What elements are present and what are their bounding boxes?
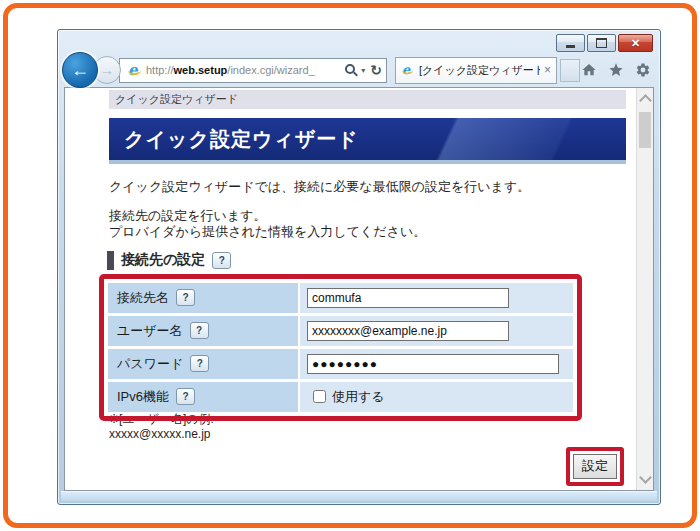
note-line2: xxxxx@xxxxx.ne.jp	[109, 427, 211, 441]
highlight-box-submit: 設定	[566, 447, 624, 486]
refresh-icon[interactable]: ↻	[370, 63, 382, 77]
url-text[interactable]: http://web.setup/index.cgi/wizard_	[146, 64, 344, 76]
search-icon[interactable]	[345, 64, 358, 77]
search-icon-handle	[353, 71, 358, 76]
close-icon: ✕	[631, 38, 640, 49]
close-button[interactable]: ✕	[618, 34, 653, 52]
breadcrumb: クイック設定ウィザード	[109, 90, 626, 109]
highlight-box-form: 接続先名 ? ユーザー名 ?	[99, 274, 582, 421]
destination-help-icon[interactable]: ?	[176, 289, 195, 306]
password-help-icon[interactable]: ?	[190, 355, 209, 372]
field-value-cell: 使用する	[300, 382, 573, 412]
submit-row: 設定	[65, 447, 624, 486]
tab-quick-setup-wizard[interactable]: e [クイック設定ウィザード] ×	[395, 57, 557, 84]
titlebar: ✕	[58, 30, 660, 53]
password-label: パスワード	[117, 355, 183, 373]
forward-arrow-icon: →	[100, 62, 114, 78]
address-dropdown-icon[interactable]: ▾	[361, 66, 365, 75]
tab-favicon-swoosh	[402, 66, 413, 74]
url-path: /index.cgi/wizard_	[227, 64, 314, 76]
settings-gear-icon[interactable]	[635, 62, 651, 78]
section-header: 接続先の設定 ?	[107, 251, 636, 270]
destination-name-label: 接続先名	[117, 289, 169, 307]
page-banner: クイック設定ウィザード	[109, 118, 626, 160]
description-line1: 接続先の設定を行います。	[109, 208, 267, 223]
username-help-icon[interactable]: ?	[190, 322, 209, 339]
field-label-cell: 接続先名 ?	[108, 283, 298, 313]
tab-favicon-icon: e	[402, 64, 414, 77]
url-host: web.setup	[174, 64, 228, 76]
field-label-cell: パスワード ?	[108, 349, 298, 379]
minimize-icon	[566, 45, 575, 48]
field-value-cell	[300, 283, 573, 313]
vertical-scrollbar[interactable]	[636, 88, 653, 490]
ie-logo-icon: e	[128, 63, 142, 78]
section-bar-icon	[107, 251, 114, 270]
submit-button[interactable]: 設定	[573, 454, 617, 479]
back-arrow-icon: ←	[71, 60, 89, 81]
form-row-ipv6: IPv6機能 ? 使用する	[108, 382, 573, 412]
field-value-cell	[300, 316, 573, 346]
maximize-icon	[596, 38, 607, 48]
destination-name-input[interactable]	[307, 288, 509, 308]
section-help-icon[interactable]: ?	[212, 252, 231, 269]
ipv6-help-icon[interactable]: ?	[176, 388, 195, 405]
ipv6-checkbox[interactable]	[313, 390, 326, 403]
browser-action-icons	[581, 62, 654, 78]
username-label: ユーザー名	[117, 322, 183, 340]
form-row-username: ユーザー名 ?	[108, 316, 573, 346]
field-label-cell: ユーザー名 ?	[108, 316, 298, 346]
tab-title: [クイック設定ウィザード]	[419, 63, 540, 78]
browser-window: ✕ ← → e http://web.setup/index.cgi/wizar…	[57, 29, 661, 505]
ipv6-label: IPv6機能	[117, 388, 169, 406]
ipv6-checkbox-label: 使用する	[332, 388, 385, 406]
password-input[interactable]	[307, 354, 559, 374]
window-bottom-frame	[61, 491, 657, 501]
page-title: クイック設定ウィザード	[109, 126, 359, 153]
banner-underline	[109, 160, 626, 164]
url-prefix: http://	[146, 64, 174, 76]
description-text: 接続先の設定を行います。 プロバイダから提供された情報を入力してください。	[109, 208, 626, 240]
field-label-cell: IPv6機能 ?	[108, 382, 298, 412]
window-controls: ✕	[556, 34, 653, 52]
field-value-cell	[300, 349, 573, 379]
scroll-down-icon[interactable]	[639, 471, 652, 484]
minimize-button[interactable]	[556, 34, 585, 52]
browser-viewport: クイック設定ウィザード クイック設定ウィザード クイック設定ウィザードでは、接続…	[64, 87, 654, 491]
favorites-star-icon[interactable]	[608, 62, 624, 78]
section-title: 接続先の設定	[121, 251, 205, 269]
maximize-button[interactable]	[587, 34, 616, 52]
address-bar[interactable]: e http://web.setup/index.cgi/wizard_ ▾ ↻	[119, 58, 387, 83]
navigation-bar: ← → e http://web.setup/index.cgi/wizard_…	[58, 53, 660, 87]
page-content: クイック設定ウィザード クイック設定ウィザード クイック設定ウィザードでは、接続…	[65, 88, 636, 490]
form-row-destination: 接続先名 ?	[108, 283, 573, 313]
description-line2: プロバイダから提供された情報を入力してください。	[109, 224, 426, 239]
home-icon[interactable]	[581, 62, 597, 78]
tab-close-icon[interactable]: ×	[544, 63, 551, 77]
back-button[interactable]: ←	[62, 52, 98, 88]
form-row-password: パスワード ?	[108, 349, 573, 379]
ie-swoosh-icon	[128, 66, 141, 75]
scroll-up-icon[interactable]	[639, 94, 652, 107]
new-tab-button[interactable]	[560, 59, 580, 82]
intro-text: クイック設定ウィザードでは、接続に必要な最低限の設定を行います。	[109, 178, 626, 196]
username-input[interactable]	[307, 321, 509, 341]
scrollbar-thumb[interactable]	[639, 112, 651, 148]
